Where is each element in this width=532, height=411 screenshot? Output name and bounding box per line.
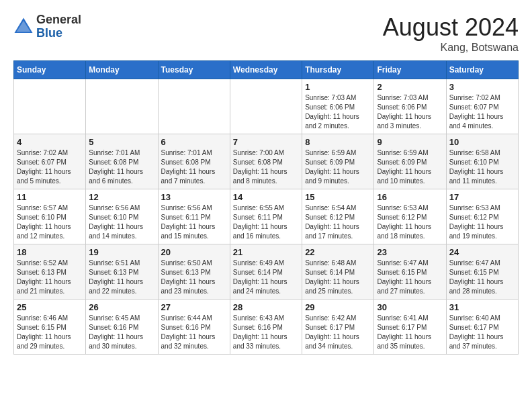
calendar-cell: 2Sunrise: 7:03 AMSunset: 6:06 PMDaylight…: [374, 79, 446, 134]
calendar-table: SundayMondayTuesdayWednesdayThursdayFrid…: [13, 60, 519, 355]
calendar-cell: 12Sunrise: 6:56 AMSunset: 6:10 PMDayligh…: [86, 189, 158, 244]
calendar-header: SundayMondayTuesdayWednesdayThursdayFrid…: [14, 61, 519, 79]
day-number: 16: [377, 192, 443, 202]
weekday-header-saturday: Saturday: [446, 61, 518, 79]
cell-content: Sunrise: 6:53 AMSunset: 6:12 PMDaylight:…: [449, 203, 515, 241]
calendar-cell: 25Sunrise: 6:46 AMSunset: 6:15 PMDayligh…: [14, 300, 86, 355]
cell-content: Sunrise: 6:59 AMSunset: 6:09 PMDaylight:…: [377, 148, 443, 186]
day-number: 8: [305, 137, 371, 147]
cell-content: Sunrise: 6:40 AMSunset: 6:17 PMDaylight:…: [449, 314, 515, 351]
cell-content: Sunrise: 6:56 AMSunset: 6:10 PMDaylight:…: [89, 203, 154, 241]
day-number: 31: [449, 302, 515, 312]
cell-content: Sunrise: 7:01 AMSunset: 6:08 PMDaylight:…: [89, 148, 154, 186]
day-number: 15: [305, 192, 371, 202]
cell-content: Sunrise: 6:56 AMSunset: 6:11 PMDaylight:…: [161, 203, 227, 241]
weekday-header-tuesday: Tuesday: [158, 61, 230, 79]
calendar-cell: 1Sunrise: 7:03 AMSunset: 6:06 PMDaylight…: [302, 79, 374, 134]
calendar-cell: 7Sunrise: 7:00 AMSunset: 6:08 PMDaylight…: [230, 134, 302, 189]
weekday-header-sunday: Sunday: [14, 61, 86, 79]
cell-content: Sunrise: 6:50 AMSunset: 6:13 PMDaylight:…: [161, 259, 227, 296]
calendar-cell: 4Sunrise: 7:02 AMSunset: 6:07 PMDaylight…: [14, 134, 86, 189]
calendar-cell: 16Sunrise: 6:53 AMSunset: 6:12 PMDayligh…: [374, 189, 446, 244]
calendar-cell: 17Sunrise: 6:53 AMSunset: 6:12 PMDayligh…: [446, 189, 518, 244]
calendar-cell: 24Sunrise: 6:47 AMSunset: 6:15 PMDayligh…: [446, 244, 518, 300]
calendar-cell: 19Sunrise: 6:51 AMSunset: 6:13 PMDayligh…: [86, 244, 158, 300]
cell-content: Sunrise: 6:52 AMSunset: 6:13 PMDaylight:…: [17, 259, 83, 296]
cell-content: Sunrise: 6:58 AMSunset: 6:10 PMDaylight:…: [449, 148, 515, 186]
day-number: 7: [233, 137, 299, 147]
calendar-cell: 15Sunrise: 6:54 AMSunset: 6:12 PMDayligh…: [302, 189, 374, 244]
day-number: 1: [305, 82, 371, 92]
cell-content: Sunrise: 7:03 AMSunset: 6:06 PMDaylight:…: [305, 93, 371, 131]
calendar-cell: [158, 79, 230, 134]
day-number: 23: [377, 247, 443, 257]
cell-content: Sunrise: 6:44 AMSunset: 6:16 PMDaylight:…: [161, 314, 227, 351]
calendar-cell: 21Sunrise: 6:49 AMSunset: 6:14 PMDayligh…: [230, 244, 302, 300]
calendar-week-1: 1Sunrise: 7:03 AMSunset: 6:06 PMDaylight…: [14, 79, 519, 134]
cell-content: Sunrise: 7:01 AMSunset: 6:08 PMDaylight:…: [161, 148, 227, 186]
day-number: 26: [89, 302, 154, 312]
cell-content: Sunrise: 6:51 AMSunset: 6:13 PMDaylight:…: [89, 259, 154, 296]
day-number: 6: [161, 137, 227, 147]
calendar-cell: 11Sunrise: 6:57 AMSunset: 6:10 PMDayligh…: [14, 189, 86, 244]
cell-content: Sunrise: 6:45 AMSunset: 6:16 PMDaylight:…: [89, 314, 154, 351]
cell-content: Sunrise: 6:47 AMSunset: 6:15 PMDaylight:…: [449, 259, 515, 296]
cell-content: Sunrise: 6:57 AMSunset: 6:10 PMDaylight:…: [17, 203, 83, 241]
day-number: 2: [377, 82, 443, 92]
cell-content: Sunrise: 6:59 AMSunset: 6:09 PMDaylight:…: [305, 148, 371, 186]
calendar-cell: 8Sunrise: 6:59 AMSunset: 6:09 PMDaylight…: [302, 134, 374, 189]
calendar-week-2: 4Sunrise: 7:02 AMSunset: 6:07 PMDaylight…: [14, 134, 519, 189]
day-number: 24: [449, 247, 515, 257]
day-number: 17: [449, 192, 515, 202]
logo-general: General: [36, 13, 81, 27]
day-number: 4: [17, 137, 83, 147]
calendar-cell: 30Sunrise: 6:41 AMSunset: 6:17 PMDayligh…: [374, 300, 446, 355]
cell-content: Sunrise: 6:42 AMSunset: 6:17 PMDaylight:…: [305, 314, 371, 351]
calendar-cell: 27Sunrise: 6:44 AMSunset: 6:16 PMDayligh…: [158, 300, 230, 355]
day-number: 11: [17, 192, 83, 202]
day-number: 13: [161, 192, 227, 202]
day-number: 18: [17, 247, 83, 257]
day-number: 19: [89, 247, 154, 257]
calendar-body: 1Sunrise: 7:03 AMSunset: 6:06 PMDaylight…: [14, 79, 519, 355]
calendar-week-5: 25Sunrise: 6:46 AMSunset: 6:15 PMDayligh…: [14, 300, 519, 355]
page-header: General Blue August 2024 Kang, Botswana: [13, 13, 519, 54]
day-number: 12: [89, 192, 154, 202]
weekday-header-wednesday: Wednesday: [230, 61, 302, 79]
day-number: 22: [305, 247, 371, 257]
cell-content: Sunrise: 7:02 AMSunset: 6:07 PMDaylight:…: [17, 148, 83, 186]
day-number: 20: [161, 247, 227, 257]
calendar-cell: 28Sunrise: 6:43 AMSunset: 6:16 PMDayligh…: [230, 300, 302, 355]
day-number: 25: [17, 302, 83, 312]
calendar-cell: 10Sunrise: 6:58 AMSunset: 6:10 PMDayligh…: [446, 134, 518, 189]
day-number: 21: [233, 247, 299, 257]
calendar-cell: 13Sunrise: 6:56 AMSunset: 6:11 PMDayligh…: [158, 189, 230, 244]
weekday-header-monday: Monday: [86, 61, 158, 79]
calendar-cell: 29Sunrise: 6:42 AMSunset: 6:17 PMDayligh…: [302, 300, 374, 355]
weekday-header-friday: Friday: [374, 61, 446, 79]
cell-content: Sunrise: 6:47 AMSunset: 6:15 PMDaylight:…: [377, 259, 443, 296]
day-number: 9: [377, 137, 443, 147]
calendar-cell: 5Sunrise: 7:01 AMSunset: 6:08 PMDaylight…: [86, 134, 158, 189]
location: Kang, Botswana: [383, 42, 519, 54]
day-number: 5: [89, 137, 154, 147]
day-number: 3: [449, 82, 515, 92]
cell-content: Sunrise: 7:02 AMSunset: 6:07 PMDaylight:…: [449, 93, 515, 131]
logo-blue: Blue: [36, 27, 81, 40]
calendar-week-3: 11Sunrise: 6:57 AMSunset: 6:10 PMDayligh…: [14, 189, 519, 244]
calendar-cell: 22Sunrise: 6:48 AMSunset: 6:14 PMDayligh…: [302, 244, 374, 300]
cell-content: Sunrise: 7:03 AMSunset: 6:06 PMDaylight:…: [377, 93, 443, 131]
calendar-cell: 3Sunrise: 7:02 AMSunset: 6:07 PMDaylight…: [446, 79, 518, 134]
cell-content: Sunrise: 6:49 AMSunset: 6:14 PMDaylight:…: [233, 259, 299, 296]
day-number: 27: [161, 302, 227, 312]
calendar-cell: 6Sunrise: 7:01 AMSunset: 6:08 PMDaylight…: [158, 134, 230, 189]
cell-content: Sunrise: 6:43 AMSunset: 6:16 PMDaylight:…: [233, 314, 299, 351]
calendar-cell: 26Sunrise: 6:45 AMSunset: 6:16 PMDayligh…: [86, 300, 158, 355]
day-number: 29: [305, 302, 371, 312]
calendar-cell: [14, 79, 86, 134]
logo: General Blue: [13, 13, 81, 40]
calendar-cell: 31Sunrise: 6:40 AMSunset: 6:17 PMDayligh…: [446, 300, 518, 355]
weekday-header-thursday: Thursday: [302, 61, 374, 79]
calendar-cell: 23Sunrise: 6:47 AMSunset: 6:15 PMDayligh…: [374, 244, 446, 300]
cell-content: Sunrise: 6:48 AMSunset: 6:14 PMDaylight:…: [305, 259, 371, 296]
